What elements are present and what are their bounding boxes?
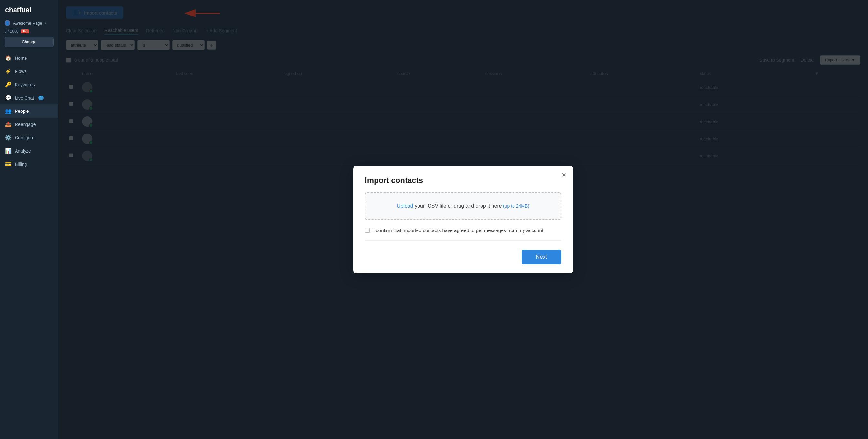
reengage-icon: 📤 xyxy=(5,121,12,127)
upload-body-text: your .CSV file or drag and drop it here xyxy=(414,203,501,208)
sidebar-item-flows[interactable]: ⚡ Flows xyxy=(0,65,58,78)
main-content: 👤+ Import contacts Clear Selection Reach… xyxy=(58,0,868,439)
upload-text: Upload your .CSV file or drag and drop i… xyxy=(397,203,529,208)
sidebar-item-analyze[interactable]: 📊 Analyze xyxy=(0,144,58,157)
sidebar-label-reengage: Reengage xyxy=(15,122,36,127)
keywords-icon: 🔑 xyxy=(5,82,12,88)
billing-icon: 💳 xyxy=(5,161,12,167)
sidebar-label-analyze: Analyze xyxy=(15,148,31,153)
confirm-text: I confirm that imported contacts have ag… xyxy=(373,227,543,234)
home-icon: 🏠 xyxy=(5,55,12,61)
people-icon: 👥 xyxy=(5,108,12,114)
sidebar-label-livechat: Live Chat xyxy=(15,95,34,100)
import-contacts-modal: Import contacts × Upload your .CSV file … xyxy=(353,166,573,273)
sidebar-item-reengage[interactable]: 📤 Reengage xyxy=(0,118,58,131)
account-arrow-icon: › xyxy=(45,21,46,25)
upload-link[interactable]: Upload xyxy=(397,203,413,208)
sidebar-label-configure: Configure xyxy=(15,135,35,140)
sidebar-item-home[interactable]: 🏠 Home xyxy=(0,51,58,65)
pro-count: 0 / 1000 xyxy=(4,29,19,34)
confirm-checkbox[interactable] xyxy=(365,228,370,233)
next-button[interactable]: Next xyxy=(522,250,561,264)
modal-footer: Next xyxy=(365,250,561,264)
change-button[interactable]: Change xyxy=(4,37,54,47)
sidebar-label-flows: Flows xyxy=(15,69,27,74)
account-icon: 👤 xyxy=(4,20,10,26)
sidebar-nav: 🏠 Home ⚡ Flows 🔑 Keywords 💬 Live Chat 1 … xyxy=(0,51,58,439)
modal-close-button[interactable]: × xyxy=(562,171,566,178)
sidebar-item-livechat[interactable]: 💬 Live Chat 1 xyxy=(0,91,58,105)
analyze-icon: 📊 xyxy=(5,148,12,154)
account-selector[interactable]: 👤 Awesome Page › xyxy=(0,18,58,28)
livechat-icon: 💬 xyxy=(5,95,12,101)
modal-overlay: Import contacts × Upload your .CSV file … xyxy=(58,0,868,439)
livechat-badge: 1 xyxy=(38,96,43,100)
sidebar-item-billing[interactable]: 💳 Billing xyxy=(0,157,58,171)
size-hint: (up to 24MB) xyxy=(503,203,529,208)
sidebar-item-people[interactable]: 👥 People xyxy=(0,105,58,118)
pro-count-row: 0 / 1000 Pro xyxy=(0,28,58,37)
flows-icon: ⚡ xyxy=(5,68,12,75)
sidebar: chatfuel 👤 Awesome Page › 0 / 1000 Pro C… xyxy=(0,0,58,439)
modal-title: Import contacts xyxy=(365,176,561,185)
pro-badge: Pro xyxy=(21,29,29,33)
configure-icon: ⚙️ xyxy=(5,135,12,141)
sidebar-label-people: People xyxy=(15,109,29,114)
confirm-row: I confirm that imported contacts have ag… xyxy=(365,227,561,240)
sidebar-label-billing: Billing xyxy=(15,162,27,167)
sidebar-label-keywords: Keywords xyxy=(15,82,35,87)
app-logo: chatfuel xyxy=(0,0,58,18)
sidebar-item-configure[interactable]: ⚙️ Configure xyxy=(0,131,58,144)
sidebar-item-keywords[interactable]: 🔑 Keywords xyxy=(0,78,58,91)
sidebar-label-home: Home xyxy=(15,56,27,61)
account-name: Awesome Page xyxy=(13,21,42,26)
upload-dropzone[interactable]: Upload your .CSV file or drag and drop i… xyxy=(365,192,561,220)
